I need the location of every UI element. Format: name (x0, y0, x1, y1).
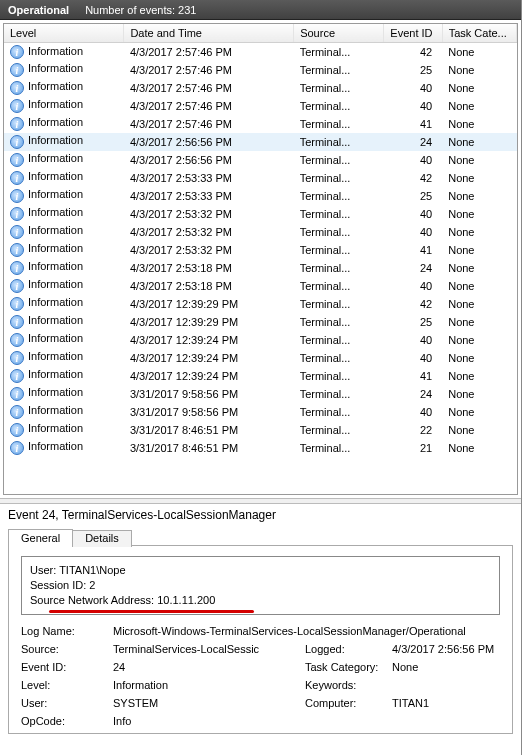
cell-eventid: 40 (384, 349, 442, 367)
col-header-source[interactable]: Source (294, 24, 384, 43)
val-opcode: Info (113, 715, 303, 727)
cell-level: Information (28, 170, 83, 182)
lbl-logname: Log Name: (21, 625, 111, 637)
msg-user: User: TITAN1\Nope (30, 563, 491, 578)
val-logged: 4/3/2017 2:56:56 PM (392, 643, 500, 655)
table-row[interactable]: iInformation4/3/2017 12:39:24 PMTerminal… (4, 331, 517, 349)
info-icon: i (10, 333, 24, 347)
event-table-scroll[interactable]: Level Date and Time Source Event ID Task… (4, 24, 517, 494)
cell-date: 4/3/2017 2:57:46 PM (124, 43, 294, 61)
table-row[interactable]: iInformation4/3/2017 2:57:46 PMTerminal.… (4, 61, 517, 79)
col-header-taskcat[interactable]: Task Cate... (442, 24, 516, 43)
table-row[interactable]: iInformation4/3/2017 2:53:32 PMTerminal.… (4, 205, 517, 223)
table-row[interactable]: iInformation4/3/2017 2:53:18 PMTerminal.… (4, 259, 517, 277)
cell-level: Information (28, 224, 83, 236)
cell-taskcat: None (442, 403, 516, 421)
cell-eventid: 21 (384, 439, 442, 457)
table-row[interactable]: iInformation4/3/2017 2:53:32 PMTerminal.… (4, 223, 517, 241)
info-icon: i (10, 153, 24, 167)
table-row[interactable]: iInformation4/3/2017 12:39:24 PMTerminal… (4, 349, 517, 367)
cell-date: 4/3/2017 12:39:29 PM (124, 313, 294, 331)
info-icon: i (10, 171, 24, 185)
cell-level: Information (28, 314, 83, 326)
detail-pane: Event 24, TerminalServices-LocalSessionM… (0, 504, 521, 734)
col-header-date[interactable]: Date and Time (124, 24, 294, 43)
cell-date: 4/3/2017 2:56:56 PM (124, 151, 294, 169)
cell-eventid: 24 (384, 133, 442, 151)
log-title: Operational (8, 4, 69, 16)
info-icon: i (10, 441, 24, 455)
info-icon: i (10, 225, 24, 239)
cell-level: Information (28, 242, 83, 254)
cell-level: Information (28, 332, 83, 344)
info-icon: i (10, 81, 24, 95)
info-icon: i (10, 423, 24, 437)
table-row[interactable]: iInformation3/31/2017 9:58:56 PMTerminal… (4, 403, 517, 421)
cell-eventid: 41 (384, 367, 442, 385)
table-row[interactable]: iInformation4/3/2017 2:53:32 PMTerminal.… (4, 241, 517, 259)
lbl-taskcat: Task Category: (305, 661, 390, 673)
info-icon: i (10, 117, 24, 131)
table-row[interactable]: iInformation4/3/2017 12:39:24 PMTerminal… (4, 367, 517, 385)
cell-level: Information (28, 386, 83, 398)
cell-taskcat: None (442, 79, 516, 97)
cell-source: Terminal... (294, 223, 384, 241)
val-logname: Microsoft-Windows-TerminalServices-Local… (113, 625, 500, 637)
table-row[interactable]: iInformation3/31/2017 9:58:56 PMTerminal… (4, 385, 517, 403)
info-icon: i (10, 387, 24, 401)
cell-taskcat: None (442, 61, 516, 79)
cell-source: Terminal... (294, 115, 384, 133)
cell-taskcat: None (442, 385, 516, 403)
cell-date: 4/3/2017 12:39:24 PM (124, 367, 294, 385)
cell-taskcat: None (442, 259, 516, 277)
cell-date: 4/3/2017 2:56:56 PM (124, 133, 294, 151)
table-row[interactable]: iInformation4/3/2017 2:57:46 PMTerminal.… (4, 43, 517, 61)
table-row[interactable]: iInformation4/3/2017 2:53:18 PMTerminal.… (4, 277, 517, 295)
table-row[interactable]: iInformation4/3/2017 2:56:56 PMTerminal.… (4, 151, 517, 169)
cell-eventid: 25 (384, 313, 442, 331)
cell-level: Information (28, 296, 83, 308)
tab-details[interactable]: Details (72, 530, 132, 547)
cell-taskcat: None (442, 169, 516, 187)
cell-source: Terminal... (294, 97, 384, 115)
cell-taskcat: None (442, 241, 516, 259)
table-row[interactable]: iInformation4/3/2017 12:39:29 PMTerminal… (4, 313, 517, 331)
lbl-computer: Computer: (305, 697, 390, 709)
cell-taskcat: None (442, 277, 516, 295)
table-row[interactable]: iInformation3/31/2017 8:46:51 PMTerminal… (4, 439, 517, 457)
col-header-eventid[interactable]: Event ID (384, 24, 442, 43)
cell-level: Information (28, 368, 83, 380)
log-header: Operational Number of events: 231 (0, 0, 521, 20)
table-row[interactable]: iInformation4/3/2017 2:57:46 PMTerminal.… (4, 79, 517, 97)
cell-date: 4/3/2017 2:53:33 PM (124, 169, 294, 187)
val-level: Information (113, 679, 303, 691)
table-row[interactable]: iInformation4/3/2017 2:57:46 PMTerminal.… (4, 115, 517, 133)
cell-eventid: 40 (384, 97, 442, 115)
cell-level: Information (28, 278, 83, 290)
lbl-level: Level: (21, 679, 111, 691)
cell-taskcat: None (442, 331, 516, 349)
cell-date: 4/3/2017 12:39:24 PM (124, 331, 294, 349)
table-row[interactable]: iInformation4/3/2017 12:39:29 PMTerminal… (4, 295, 517, 313)
table-row[interactable]: iInformation4/3/2017 2:56:56 PMTerminal.… (4, 133, 517, 151)
col-header-level[interactable]: Level (4, 24, 124, 43)
tab-general[interactable]: General (8, 529, 73, 546)
cell-date: 3/31/2017 9:58:56 PM (124, 385, 294, 403)
msg-session: Session ID: 2 (30, 578, 491, 593)
msg-source-addr: Source Network Address: 10.1.11.200 (30, 593, 491, 608)
cell-level: Information (28, 440, 83, 452)
table-row[interactable]: iInformation4/3/2017 2:53:33 PMTerminal.… (4, 169, 517, 187)
cell-taskcat: None (442, 421, 516, 439)
cell-eventid: 40 (384, 79, 442, 97)
val-eventid: 24 (113, 661, 303, 673)
info-icon: i (10, 243, 24, 257)
cell-taskcat: None (442, 133, 516, 151)
cell-date: 3/31/2017 9:58:56 PM (124, 403, 294, 421)
cell-date: 4/3/2017 2:53:33 PM (124, 187, 294, 205)
cell-source: Terminal... (294, 331, 384, 349)
table-row[interactable]: iInformation3/31/2017 8:46:51 PMTerminal… (4, 421, 517, 439)
table-row[interactable]: iInformation4/3/2017 2:57:46 PMTerminal.… (4, 97, 517, 115)
tab-panel-general: User: TITAN1\Nope Session ID: 2 Source N… (8, 545, 513, 734)
cell-eventid: 24 (384, 385, 442, 403)
table-row[interactable]: iInformation4/3/2017 2:53:33 PMTerminal.… (4, 187, 517, 205)
